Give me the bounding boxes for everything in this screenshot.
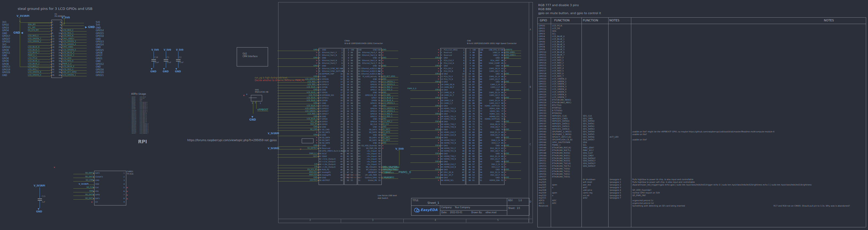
pin-number: 19 — [466, 97, 471, 99]
pin-number: 29 — [52, 60, 54, 62]
pin-name: HDMI1_HOTPLUG — [483, 105, 500, 107]
pin-number: 71 — [358, 126, 360, 128]
pin-name: GND — [361, 78, 377, 80]
pin-number: 30 — [441, 126, 443, 128]
pin-name: GPIO2 — [322, 123, 328, 125]
sheetnum-value[interactable]: 1/1 — [517, 207, 520, 209]
pin-number: 11 — [441, 76, 443, 78]
junction-dot — [93, 194, 94, 195]
junction-dot — [51, 75, 52, 76]
pin-number: 2 — [255, 102, 256, 104]
table-cell: GPIO18 — [539, 73, 546, 75]
schematic-canvas[interactable]: G$1 CM4 Interface TITLE: Sheet_1 REV: 1.… — [0, 0, 868, 230]
pin-number: 70 — [377, 129, 381, 131]
sheet-title[interactable]: Sheet_1 — [428, 201, 439, 204]
no-connect-x: ✕ — [438, 148, 439, 149]
net-label: GND — [277, 76, 317, 78]
junction-dot — [504, 98, 505, 99]
pin-number: 78 — [500, 108, 503, 110]
sw1-part: MSK12C02-HB — [255, 91, 268, 93]
pin-number: 100 — [500, 49, 503, 51]
pin-name: USB2_N — [483, 52, 500, 53]
pin-name: PCIe_RX_P — [444, 68, 453, 70]
annotation: https://forums.raspberrypi.com/viewtopic… — [187, 139, 277, 142]
pin-number: 36 — [339, 142, 343, 144]
h1-ext-right: GPIO25 — [96, 49, 104, 51]
pin-name: CAM0_C_P — [444, 103, 453, 104]
h1-ext-left: 3V3 — [2, 21, 6, 24]
pin-number: 19 — [441, 97, 443, 99]
no-connect-x: ✕ — [316, 131, 317, 133]
pin-number: 47 — [441, 171, 443, 174]
net-label: GND — [73, 190, 94, 192]
pin-name: GPIO16 — [361, 86, 377, 88]
pin-number: 90 — [358, 76, 360, 78]
table-cell: GPIO50 — [539, 157, 546, 160]
no-connect-x: ✕ — [438, 92, 439, 94]
pin-number: 4 — [57, 24, 61, 26]
pin-number: 10 — [57, 33, 61, 34]
pin-number: 18 — [339, 94, 343, 96]
cap-ref: C2 — [179, 56, 181, 59]
pin-name: SD_DAT3 — [361, 129, 377, 131]
power-flag-v5v0: V_5V0 — [151, 49, 159, 51]
no-connect-x: ✕ — [505, 78, 506, 80]
pin-number: 50 — [345, 180, 349, 182]
junction-dot — [318, 95, 318, 96]
pin-name: Ethernet_nLED2(3.3v) — [361, 70, 377, 72]
pin-number: 86 — [472, 86, 474, 88]
pin-number: 82 — [377, 97, 381, 99]
pin-number: 41 — [441, 156, 443, 157]
pin-name: PCIe_CLK_nREQ — [444, 49, 457, 51]
sdcard-pin-name: CLK — [95, 187, 98, 189]
junction-dot — [318, 114, 318, 114]
h1-ext-left: GPIO26 — [2, 72, 10, 74]
pin-number: 69 — [358, 131, 360, 133]
net-label: GND — [410, 177, 439, 179]
net-label: LED_ACT_GPIO — [63, 71, 87, 73]
pin-number: 97 — [472, 57, 474, 59]
junction-dot — [439, 58, 440, 59]
pin-name: PCIe_CLK_P — [444, 60, 454, 62]
junction-dot — [381, 90, 382, 90]
pin-number: 9 — [461, 70, 464, 72]
pin-number: 94 — [351, 65, 353, 67]
h1-ext-right: GND — [96, 66, 100, 68]
pin-number: 76 — [358, 113, 360, 115]
company-value[interactable]: Your Company — [455, 206, 470, 209]
pin-number: 22 — [461, 105, 464, 107]
date-value[interactable]: 2022-03-01 — [450, 212, 463, 214]
sdcard-pin-name: DAT0 — [95, 194, 100, 196]
junction-dot — [318, 180, 318, 181]
pin-number: 32 — [461, 131, 464, 133]
pin-number: 52 — [351, 177, 353, 179]
table-cell: wifi reset — [583, 181, 592, 183]
pin-number: 64 — [472, 145, 474, 147]
gnd-flag: GND ◀ — [13, 32, 23, 34]
pin-name: GND — [361, 65, 377, 67]
h1-ext-right: GPIO21 — [96, 74, 104, 77]
pin-number: 15 — [319, 86, 321, 88]
pin-number: 35 — [339, 140, 343, 142]
no-connect-x: ✕ — [91, 201, 93, 203]
pin-number: 43 — [345, 161, 349, 163]
note-line: RGB 888 — [538, 8, 551, 11]
pin-number: 87 — [358, 84, 360, 86]
pin-number: 17 — [441, 92, 443, 94]
pin-number: 56 — [472, 166, 474, 168]
pin-number: 19 — [339, 97, 343, 99]
table-cell: WIFI(SD1_CLK) — [552, 115, 567, 117]
pin-number: 7 — [466, 65, 471, 67]
net-label: ANALOG1 — [277, 171, 317, 174]
no-connect-x: ✕ — [505, 148, 506, 149]
pin-number: 55 — [358, 169, 360, 171]
pin-number: 85 — [472, 89, 474, 91]
pin-number: 3 — [52, 24, 53, 26]
table-cell: GPIO17 — [539, 70, 546, 72]
pin-number: 50 — [441, 180, 443, 182]
drawnby-value[interactable]: other.mod — [486, 212, 496, 214]
junction-dot — [381, 106, 382, 107]
pin-number: 42 — [339, 158, 343, 160]
rev-value[interactable]: 1.0 — [518, 200, 522, 202]
table-cell: SCL — [583, 144, 587, 146]
